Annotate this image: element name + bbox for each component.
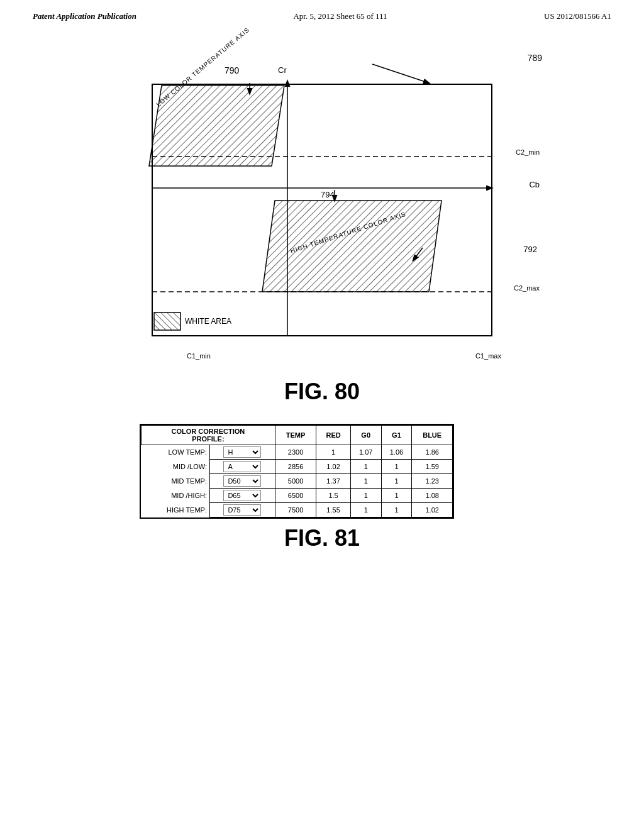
cell-g1-1: 1 xyxy=(381,460,412,474)
svg-line-3 xyxy=(413,248,423,260)
label-c2min: C2_min xyxy=(516,148,540,156)
profile-select-4[interactable]: D75 xyxy=(223,504,261,516)
profile-select-1[interactable]: A xyxy=(223,461,261,472)
row-profile-2[interactable]: D50 xyxy=(210,474,275,489)
table-row: LOW TEMP:H230011.071.061.86 xyxy=(142,445,453,460)
color-correction-table-wrapper: COLOR CORRECTION PROFILE: TEMP RED G0 G1… xyxy=(140,424,454,519)
cell-g1-4: 1 xyxy=(381,503,412,517)
cell-blue-4: 1.02 xyxy=(412,503,453,517)
label-c1min: C1_min xyxy=(187,352,211,360)
row-label-1: MID /LOW: xyxy=(142,460,210,474)
cell-g0-2: 1 xyxy=(350,474,381,489)
profile-select-2[interactable]: D50 xyxy=(223,475,261,487)
label-c1max: C1_max xyxy=(475,352,501,360)
svg-marker-8 xyxy=(262,201,441,292)
legend-hatch-icon xyxy=(153,312,181,331)
fig81-section: COLOR CORRECTION PROFILE: TEMP RED G0 G1… xyxy=(102,424,542,519)
cell-blue-3: 1.08 xyxy=(412,489,453,503)
table-row: HIGH TEMP:D7575001.55111.02 xyxy=(142,503,453,517)
label-792: 792 xyxy=(523,245,537,254)
cell-red-4: 1.55 xyxy=(316,503,351,517)
cell-g0-4: 1 xyxy=(350,503,381,517)
header-patent-number: US 2012/081566 A1 xyxy=(544,11,611,21)
col-header-g1: G1 xyxy=(381,426,412,445)
table-row: MID /LOW:A28561.02111.59 xyxy=(142,460,453,474)
label-789: 789 xyxy=(528,53,542,63)
cell-red-2: 1.37 xyxy=(316,474,351,489)
row-profile-4[interactable]: D75 xyxy=(210,503,275,517)
profile-select-3[interactable]: D65 xyxy=(223,490,261,501)
row-profile-3[interactable]: D65 xyxy=(210,489,275,503)
cell-g1-3: 1 xyxy=(381,489,412,503)
header-date-sheet: Apr. 5, 2012 Sheet 65 of 111 xyxy=(293,11,387,21)
row-label-0: LOW TEMP: xyxy=(142,445,210,460)
page-header: Patent Application Publication Apr. 5, 2… xyxy=(0,0,644,21)
table-row: MID TEMP:D5050001.37111.23 xyxy=(142,474,453,489)
cell-g0-3: 1 xyxy=(350,489,381,503)
cell-g1-2: 1 xyxy=(381,474,412,489)
cell-g1-0: 1.06 xyxy=(381,445,412,460)
label-c2max: C2_max xyxy=(514,284,540,292)
row-label-2: MID TEMP: xyxy=(142,474,210,489)
row-label-3: MID /HIGH: xyxy=(142,489,210,503)
cell-blue-0: 1.86 xyxy=(412,445,453,460)
col-header-g0: G0 xyxy=(350,426,381,445)
label-790: 790 xyxy=(225,65,239,75)
color-correction-table: COLOR CORRECTION PROFILE: TEMP RED G0 G1… xyxy=(141,425,453,517)
high-temp-axis-label: HIGH TEMPERATURE COLOR AXIS xyxy=(289,211,407,255)
cell-red-3: 1.5 xyxy=(316,489,351,503)
row-profile-1[interactable]: A xyxy=(210,460,275,474)
table-row: MID /HIGH:D6565001.5111.08 xyxy=(142,489,453,503)
svg-rect-16 xyxy=(154,313,180,330)
fig81-label: FIG. 81 xyxy=(0,525,644,551)
white-area-legend: WHITE AREA xyxy=(153,312,231,331)
cell-temp-3: 6500 xyxy=(275,489,316,503)
fig80-diagram: 789 xyxy=(102,47,542,374)
white-area-text: WHITE AREA xyxy=(185,317,231,326)
profile-select-0[interactable]: H xyxy=(223,446,261,458)
table-section-header: COLOR CORRECTION PROFILE: xyxy=(142,426,275,445)
cell-temp-2: 5000 xyxy=(275,474,316,489)
label-794: 794 xyxy=(321,190,335,199)
cell-red-0: 1 xyxy=(316,445,351,460)
svg-rect-13 xyxy=(152,84,492,336)
cell-g0-0: 1.07 xyxy=(350,445,381,460)
cell-red-1: 1.02 xyxy=(316,460,351,474)
col-header-blue: BLUE xyxy=(412,426,453,445)
col-header-red: RED xyxy=(316,426,351,445)
cell-blue-2: 1.23 xyxy=(412,474,453,489)
row-label-4: HIGH TEMP: xyxy=(142,503,210,517)
svg-line-0 xyxy=(372,64,429,83)
label-cr: Cr xyxy=(278,65,287,75)
row-profile-0[interactable]: H xyxy=(210,445,275,460)
cell-temp-0: 2300 xyxy=(275,445,316,460)
cell-blue-1: 1.59 xyxy=(412,460,453,474)
cell-temp-1: 2856 xyxy=(275,460,316,474)
label-cb: Cb xyxy=(529,180,540,189)
fig80-label: FIG. 80 xyxy=(0,379,644,405)
cell-g0-1: 1 xyxy=(350,460,381,474)
cell-temp-4: 7500 xyxy=(275,503,316,517)
col-header-temp: TEMP xyxy=(275,426,316,445)
header-publication: Patent Application Publication xyxy=(33,11,136,21)
